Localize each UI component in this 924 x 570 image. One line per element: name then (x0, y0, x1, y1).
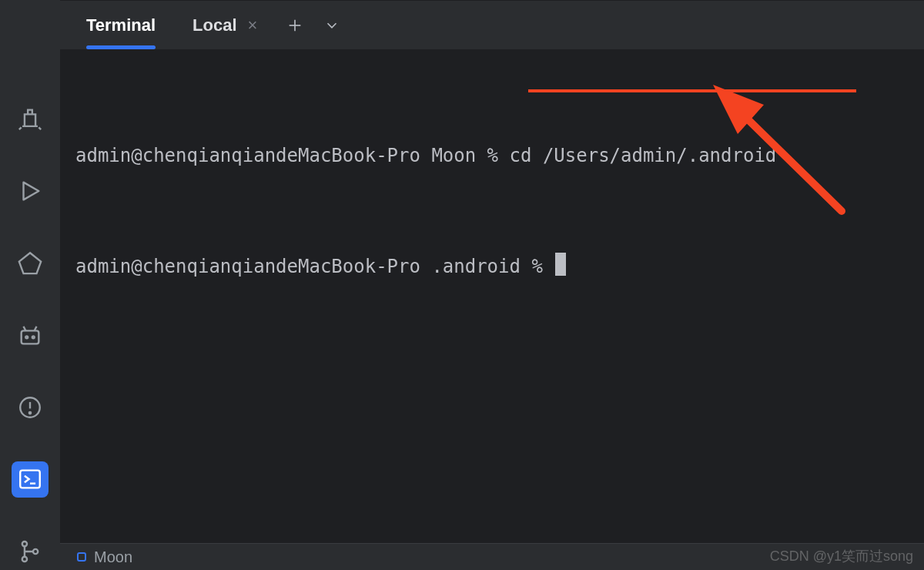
svg-point-3 (25, 336, 28, 338)
new-tab-button[interactable] (283, 14, 306, 37)
annotation-underline (528, 89, 856, 92)
tab-local[interactable]: Local × (174, 1, 276, 49)
tab-label: Local (192, 15, 236, 35)
tab-label: Terminal (86, 15, 156, 35)
run-icon[interactable] (12, 173, 49, 210)
project-name[interactable]: Moon (94, 548, 132, 566)
svg-point-11 (22, 557, 27, 562)
logcat-icon[interactable] (12, 317, 49, 354)
terminal-command: cd /Users/admin/.android (510, 145, 777, 166)
terminal-line: admin@chenqianqiandeMacBook-Pro Moon % c… (75, 137, 909, 174)
activity-bar (0, 0, 60, 570)
terminal-line: admin@chenqianqiandeMacBook-Pro .android… (75, 248, 909, 285)
svg-point-12 (33, 549, 38, 554)
project-icon (77, 552, 86, 562)
close-icon[interactable]: × (248, 15, 258, 35)
svg-marker-0 (24, 182, 39, 200)
terminal-view[interactable]: admin@chenqianqiandeMacBook-Pro Moon % c… (60, 49, 924, 543)
svg-rect-2 (22, 330, 39, 344)
svg-point-4 (32, 336, 35, 338)
problems-icon[interactable] (12, 389, 49, 426)
svg-marker-1 (19, 253, 41, 274)
svg-point-7 (29, 412, 31, 414)
tab-dropdown-button[interactable] (320, 14, 343, 37)
main-area: Terminal Local × admin@chenqianqiandeMac… (60, 0, 924, 570)
profiler-icon[interactable] (12, 244, 49, 281)
status-bar: Moon (60, 543, 924, 570)
vcs-icon[interactable] (12, 533, 49, 570)
terminal-cursor (555, 253, 566, 276)
build-icon[interactable] (12, 100, 49, 137)
tab-actions (276, 1, 343, 49)
terminal-prompt: admin@chenqianqiandeMacBook-Pro .android… (75, 256, 554, 277)
terminal-icon[interactable] (12, 461, 49, 498)
svg-point-10 (22, 542, 27, 546)
terminal-tab-bar: Terminal Local × (60, 0, 924, 49)
tab-terminal[interactable]: Terminal (68, 1, 174, 49)
terminal-prompt: admin@chenqianqiandeMacBook-Pro Moon % (75, 145, 510, 166)
